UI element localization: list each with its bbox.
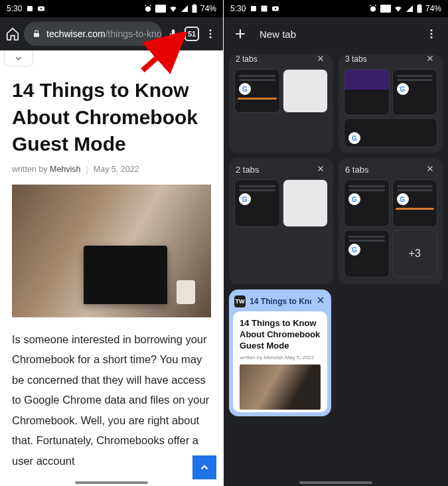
svg-rect-5 [194,4,196,5]
svg-rect-16 [380,5,391,13]
alarm-icon [368,4,378,13]
svg-point-8 [210,29,212,31]
notif-icon [26,5,34,13]
close-icon[interactable] [316,54,327,64]
svg-point-15 [370,7,376,12]
svg-point-2 [145,7,151,12]
new-tab-plus-icon[interactable] [233,27,248,41]
active-tab-preview[interactable]: 14 Things to Know About Chromebook Guest… [233,311,327,412]
tab-thumb[interactable]: G [344,230,390,278]
svg-rect-13 [261,6,267,12]
youtube-icon [37,5,46,13]
url-bar[interactable]: techwiser.com/things-to-kno [24,22,162,46]
tab-count-button[interactable]: 51 [185,27,199,41]
svg-rect-17 [417,5,421,13]
battery-pct: 74% [425,4,441,13]
tab-thumb[interactable] [283,69,329,113]
lock-icon [32,29,41,39]
article-title: 14 Things to Know About Chromebook Guest… [12,77,211,158]
tab-thumb[interactable]: G [234,69,280,113]
new-tab-label[interactable]: New tab [260,29,296,40]
scroll-top-button[interactable] [192,455,216,479]
menu-dots-icon[interactable] [424,27,439,41]
battery-pct: 74% [200,4,216,13]
tab-thumb[interactable]: G [392,69,438,116]
status-time: 5:30 [230,4,246,13]
wifi-box-icon [155,5,166,13]
url-path: /things-to-kno [106,29,162,39]
wifi-icon [394,4,403,13]
youtube-icon [271,5,280,13]
wifi-icon [169,4,178,13]
tab-thumb[interactable]: G [392,179,438,227]
preview-meta: written by Mehvish May 5, 2022 [240,355,321,361]
signal-icon [181,5,188,13]
group-label: 3 tabs [345,54,367,64]
battery-icon [416,4,423,13]
article-author[interactable]: Mehvish [50,165,81,174]
svg-rect-4 [192,5,196,13]
browser-toolbar: techwiser.com/things-to-kno 51 [0,17,223,50]
tab-overflow[interactable]: +3 [392,230,438,278]
article-date: May 5, 2022 [94,165,139,174]
status-time: 5:30 [7,4,22,13]
favicon: TW [234,295,246,307]
url-text: techwiser.com/things-to-kno [46,29,162,39]
tabswitcher-toolbar: New tab [224,17,448,50]
svg-point-21 [431,37,433,39]
tab-thumb[interactable]: G [234,179,280,227]
article-body: Is someone interested in borrowing your … [12,317,211,471]
svg-point-19 [431,29,433,31]
active-tab-title: 14 Things to Kno [250,297,311,306]
right-phone-frame: 5:30 74% New tab [224,0,448,486]
svg-rect-3 [155,5,166,13]
preview-image [240,364,321,410]
battery-icon [191,4,198,13]
tab-group-card[interactable]: 2 tabs G [229,158,333,284]
group-label: 6 tabs [345,165,368,175]
tab-group-card[interactable]: 2 tabs G [229,54,333,153]
svg-point-9 [210,33,212,35]
tab-groups-grid[interactable]: 2 tabs G 3 tabs G G [224,50,448,486]
close-icon[interactable] [425,54,436,64]
tab-thumb[interactable]: G [344,118,437,147]
mic-icon[interactable] [166,27,181,41]
status-bar: 5:30 74% [0,0,223,17]
close-icon[interactable] [315,295,326,307]
close-icon[interactable] [425,164,436,175]
group-label: 2 tabs [236,54,258,64]
home-icon[interactable] [5,27,20,41]
gesture-handle[interactable] [299,481,372,484]
tab-thumb[interactable] [344,69,390,116]
tab-group-card[interactable]: 6 tabs G G G +3 [338,158,443,284]
wifi-box-icon [380,5,391,13]
article-meta: written by Mehvish|May 5, 2022 [12,165,211,174]
tab-thumb[interactable]: G [344,179,390,227]
menu-dots-icon[interactable] [203,27,218,41]
hero-image [12,185,211,317]
gesture-handle[interactable] [75,481,148,484]
close-icon[interactable] [316,164,327,175]
collapse-handle[interactable] [4,50,33,66]
tab-thumb[interactable] [283,179,329,227]
page-content[interactable]: 14 Things to Know About Chromebook Guest… [0,50,223,486]
byline-prefix: written by [12,165,50,174]
svg-point-20 [431,33,433,35]
image-icon [260,5,268,13]
status-bar: 5:30 74% [224,0,448,17]
url-domain: techwiser.com [46,29,106,39]
alarm-icon [143,4,153,13]
group-label: 2 tabs [236,165,259,175]
svg-rect-18 [419,4,421,5]
svg-point-10 [210,37,212,39]
svg-rect-6 [34,33,39,37]
tab-group-card[interactable]: 3 tabs G G [338,54,443,153]
svg-rect-12 [251,6,256,11]
svg-rect-7 [172,29,175,35]
notif-icon [250,5,258,13]
active-tab-card[interactable]: TW 14 Things to Kno 14 Things to Know Ab… [229,289,331,416]
preview-title: 14 Things to Know About Chromebook Guest… [240,318,321,352]
signal-icon [406,5,413,13]
left-phone-frame: 5:30 74% [0,0,224,486]
svg-rect-0 [27,6,33,11]
